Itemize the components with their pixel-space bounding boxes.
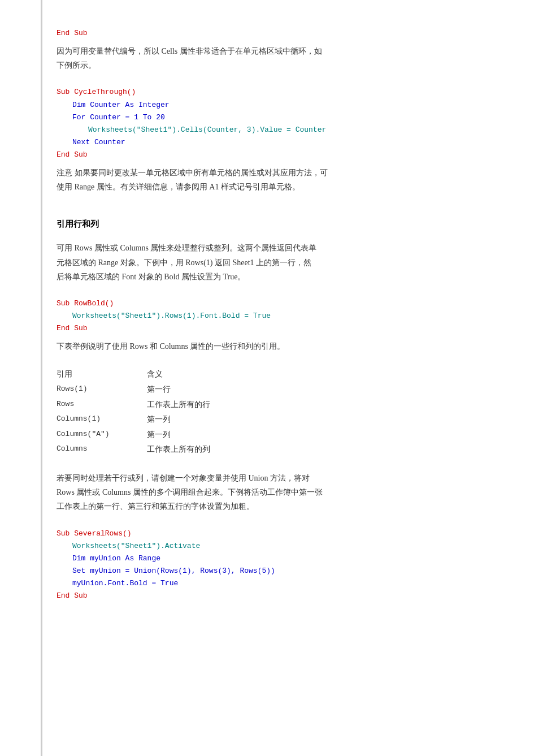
table-header-row: 引用 含义 bbox=[57, 367, 489, 382]
table-cell-rows-ref: Rows bbox=[57, 398, 147, 413]
table-cell-rows1-ref: Rows(1) bbox=[57, 382, 147, 398]
cyclethrough-ws: Worksheets("Sheet1").Cells(Counter, 3).V… bbox=[57, 124, 489, 136]
code-cyclethrough: Sub CycleThrough() Dim Counter As Intege… bbox=[57, 86, 489, 161]
desc-table: 下表举例说明了使用 Rows 和 Columns 属性的一些行和列的引用。 bbox=[57, 339, 489, 353]
table-cell-cols1-meaning: 第一列 bbox=[147, 412, 171, 427]
note-line2: 使用 Range 属性。有关详细信息，请参阅用 A1 样式记号引用单元格。 bbox=[57, 183, 300, 191]
table-cell-cols-meaning: 工作表上所有的列 bbox=[147, 442, 210, 457]
spacer-4 bbox=[57, 288, 489, 293]
table-cell-cols1-ref: Columns(1) bbox=[57, 412, 147, 427]
spacer-1 bbox=[57, 77, 489, 81]
table-cell-rows1-meaning: 第一行 bbox=[147, 382, 171, 398]
severalrows-font: myUnion.Font.Bold = True bbox=[57, 577, 489, 590]
desc-rows-cols: 可用 Rows 属性或 Columns 属性来处理整行或整列。这两个属性返回代表… bbox=[57, 241, 489, 284]
table-cell-colsa-meaning: 第一列 bbox=[147, 427, 171, 443]
cyclethrough-end: End Sub bbox=[57, 149, 489, 161]
desc-union-1: 若要同时处理若干行或列，请创建一个对象变量并使用 Union 方法，将对 bbox=[57, 474, 310, 482]
code-severalrows: Sub SeveralRows() Worksheets("Sheet1").A… bbox=[57, 528, 489, 603]
note-range-property: 注意 如果要同时更改某一单元格区域中所有单元格的属性或对其应用方法，可 使用 R… bbox=[57, 166, 489, 194]
section-heading-rows-cols: 引用行和列 bbox=[57, 219, 489, 230]
severalrows-dim: Dim myUnion As Range bbox=[57, 552, 489, 565]
table-row: Rows 工作表上所有的行 bbox=[57, 398, 489, 413]
cyclethrough-sub: Sub CycleThrough() bbox=[57, 86, 489, 98]
desc-table-text: 下表举例说明了使用 Rows 和 Columns 属性的一些行和列的引用。 bbox=[57, 342, 285, 351]
table-row: Rows(1) 第一行 bbox=[57, 382, 489, 398]
rowbold-sub: Sub RowBold() bbox=[57, 297, 489, 310]
severalrows-sub: Sub SeveralRows() bbox=[57, 528, 489, 540]
code-block-endsub1: End Sub bbox=[57, 27, 489, 40]
desc-cells-loop-text1: 因为可用变量替代编号，所以 Cells 属性非常适合于在单元格区域中循环，如 bbox=[57, 47, 322, 55]
severalrows-activate: Worksheets("Sheet1").Activate bbox=[57, 540, 489, 552]
table-cell-colsa-ref: Columns("A") bbox=[57, 427, 147, 443]
desc-union-3: 工作表上的第一行、第三行和第五行的字体设置为加粗。 bbox=[57, 502, 254, 511]
page-container: End Sub 因为可用变量替代编号，所以 Cells 属性非常适合于在单元格区… bbox=[0, 0, 534, 756]
desc-cells-loop: 因为可用变量替代编号，所以 Cells 属性非常适合于在单元格区域中循环，如 下… bbox=[57, 44, 489, 72]
code-rowbold: Sub RowBold() Worksheets("Sheet1").Rows(… bbox=[57, 297, 489, 335]
table-header-col2: 含义 bbox=[147, 367, 163, 382]
table-header-col1: 引用 bbox=[57, 367, 147, 382]
spacer-6 bbox=[57, 466, 489, 471]
severalrows-set: Set myUnion = Union(Rows(1), Rows(3), Ro… bbox=[57, 565, 489, 577]
spacer-7 bbox=[57, 519, 489, 523]
table-row: Columns("A") 第一列 bbox=[57, 427, 489, 443]
desc-rows-cols-1: 可用 Rows 属性或 Columns 属性来处理整行或整列。这两个属性返回代表… bbox=[57, 244, 316, 252]
cyclethrough-for: For Counter = 1 To 20 bbox=[57, 111, 489, 124]
desc-rows-cols-2: 元格区域的 Range 对象。下例中，用 Rows(1) 返回 Sheet1 上… bbox=[57, 258, 311, 267]
desc-union-2: Rows 属性或 Columns 属性的多个调用组合起来。下例将活动工作簿中第一… bbox=[57, 488, 323, 496]
spacer-5 bbox=[57, 358, 489, 362]
desc-cells-loop-text2: 下例所示。 bbox=[57, 61, 96, 70]
rowbold-end: End Sub bbox=[57, 322, 489, 335]
end-sub-1: End Sub bbox=[57, 27, 489, 40]
spacer-3 bbox=[57, 236, 489, 241]
table-cell-rows-meaning: 工作表上所有的行 bbox=[147, 398, 210, 413]
note-line1: 注意 如果要同时更改某一单元格区域中所有单元格的属性或对其应用方法，可 bbox=[57, 169, 328, 177]
left-border-decoration bbox=[41, 0, 42, 756]
rowbold-ws: Worksheets("Sheet1").Rows(1).Font.Bold =… bbox=[57, 310, 489, 322]
table-cell-cols-ref: Columns bbox=[57, 442, 147, 457]
cyclethrough-dim: Dim Counter As Integer bbox=[57, 99, 489, 111]
severalrows-end: End Sub bbox=[57, 590, 489, 602]
table-row: Columns 工作表上所有的列 bbox=[57, 442, 489, 457]
reference-table: 引用 含义 Rows(1) 第一行 Rows 工作表上所有的行 Columns(… bbox=[57, 367, 489, 457]
cyclethrough-next: Next Counter bbox=[57, 136, 489, 149]
desc-union: 若要同时处理若干行或列，请创建一个对象变量并使用 Union 方法，将对 Row… bbox=[57, 471, 489, 514]
desc-rows-cols-3: 后将单元格区域的 Font 对象的 Bold 属性设置为 True。 bbox=[57, 273, 245, 281]
table-row: Columns(1) 第一列 bbox=[57, 412, 489, 427]
spacer-2 bbox=[57, 198, 489, 208]
